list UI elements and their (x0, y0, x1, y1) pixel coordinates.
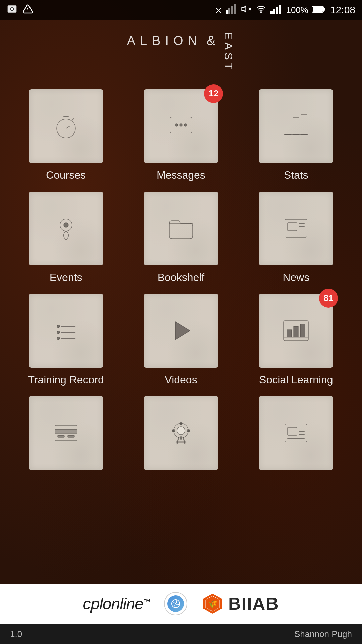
badge-icon (166, 418, 196, 448)
grid-item-social-learning[interactable]: 81 Social Learning (244, 294, 349, 386)
svg-line-66 (183, 437, 185, 444)
grid-item-stats[interactable]: Stats (244, 89, 349, 181)
grid-item-videos[interactable]: Videos (128, 294, 233, 386)
battery-icon (312, 5, 325, 15)
network-icon (226, 4, 238, 16)
svg-point-28 (180, 124, 182, 126)
wifi-icon (255, 4, 267, 16)
location-icon (51, 213, 81, 244)
svg-point-27 (175, 124, 178, 126)
svg-line-65 (177, 437, 179, 444)
svg-rect-5 (226, 10, 228, 14)
item11-icon-box (144, 396, 218, 470)
svg-rect-68 (285, 424, 307, 442)
chat-icon (166, 111, 196, 141)
svg-line-25 (72, 119, 74, 120)
svg-rect-19 (323, 8, 325, 11)
svg-marker-49 (175, 322, 190, 340)
svg-text:🌾: 🌾 (208, 600, 217, 609)
powered-icon (170, 598, 182, 610)
stopwatch-icon (51, 111, 81, 141)
barchart-icon (281, 111, 311, 141)
item10-icon-box (29, 396, 103, 470)
app-grid: Courses 12 Messages (0, 83, 362, 584)
bookshelf-icon-box (144, 192, 218, 265)
item12-icon-box (259, 396, 333, 470)
mute-icon (241, 4, 252, 17)
signal-icon (270, 4, 283, 16)
grid-item-11[interactable] (128, 396, 233, 476)
social-learning-icon-box: 81 (259, 294, 333, 368)
card-icon (51, 418, 81, 448)
svg-point-60 (177, 427, 185, 435)
biiab-hex-icon: 🌾 (201, 592, 224, 615)
chart2-icon (281, 316, 311, 346)
training-record-label: Training Record (28, 374, 104, 386)
svg-rect-58 (68, 435, 74, 437)
biiab-logo: 🌾 BIIAB (201, 592, 279, 615)
svg-point-35 (64, 223, 68, 227)
events-label: Events (50, 271, 82, 284)
messages-label: Messages (157, 169, 205, 181)
grid-item-12[interactable] (244, 396, 349, 476)
status-right-icons: ⨯ (215, 4, 355, 17)
grid-item-events[interactable]: Events (13, 192, 118, 284)
news-label: News (283, 271, 309, 284)
photo-icon (7, 4, 17, 17)
grid-item-training-record[interactable]: Training Record (13, 294, 118, 386)
powered-by-logo (164, 592, 187, 615)
svg-line-22 (66, 126, 70, 128)
svg-rect-8 (234, 4, 236, 14)
svg-point-45 (57, 331, 60, 334)
svg-rect-63 (172, 430, 175, 432)
svg-rect-16 (279, 5, 281, 14)
grid-item-news[interactable]: News (244, 192, 349, 284)
svg-rect-69 (288, 427, 297, 435)
svg-rect-61 (180, 422, 182, 425)
header: ALBION & EAST (0, 20, 362, 83)
svg-rect-13 (270, 11, 273, 14)
play-icon (166, 316, 196, 346)
folder-icon (166, 213, 196, 244)
svg-rect-64 (187, 430, 190, 432)
svg-rect-14 (273, 9, 275, 14)
svg-rect-31 (293, 118, 299, 135)
stats-label: Stats (284, 169, 308, 181)
messages-icon-box: 12 (144, 89, 218, 163)
bluetooth-icon: ⨯ (215, 5, 222, 16)
videos-icon-box (144, 294, 218, 368)
svg-point-43 (57, 325, 60, 328)
svg-rect-53 (300, 324, 305, 337)
svg-marker-9 (242, 6, 246, 12)
footer: cplonline™ 🌾 BIIAB (0, 584, 362, 624)
powered-inner (167, 595, 184, 612)
warning-icon (22, 4, 33, 17)
courses-label: Courses (46, 169, 86, 181)
grid-item-10[interactable] (13, 396, 118, 476)
cpl-logo: cplonline™ (83, 595, 150, 613)
svg-rect-56 (55, 429, 77, 433)
svg-point-2 (11, 8, 13, 10)
status-bar: ⨯ (0, 0, 362, 20)
powered-circle (164, 592, 187, 615)
svg-rect-6 (228, 8, 230, 14)
events-icon-box (29, 192, 103, 265)
version: 1.0 (10, 629, 22, 639)
logo-amp: & (207, 34, 215, 48)
newspaper2-icon (281, 418, 311, 448)
grid-item-bookshelf[interactable]: Bookshelf (128, 192, 233, 284)
social-learning-label: Social Learning (259, 374, 333, 386)
svg-point-29 (184, 124, 187, 126)
list-icon (51, 316, 81, 346)
svg-rect-62 (180, 437, 182, 439)
newspaper-icon (281, 213, 311, 244)
svg-rect-52 (294, 326, 298, 337)
user-name: Shannon Pugh (294, 629, 352, 639)
svg-rect-32 (301, 114, 307, 135)
svg-rect-18 (313, 7, 323, 12)
grid-item-courses[interactable]: Courses (13, 89, 118, 181)
videos-label: Videos (165, 374, 197, 386)
bookshelf-label: Bookshelf (158, 271, 205, 284)
grid-item-messages[interactable]: 12 Messages (128, 89, 233, 181)
stats-icon-box (259, 89, 333, 163)
